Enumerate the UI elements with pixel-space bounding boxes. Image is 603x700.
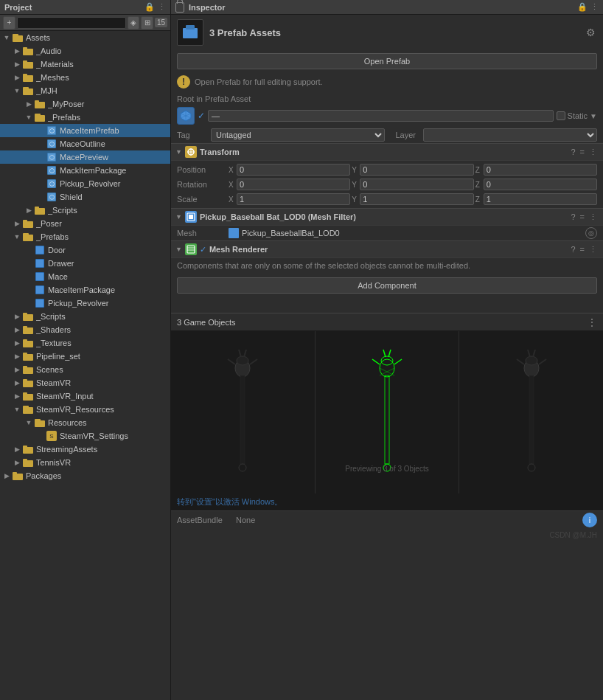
tree-item-prefabs-root[interactable]: ▼ _Prefabs [0, 230, 170, 243]
position-y-input[interactable] [360, 164, 473, 176]
mesh-renderer-ref-btn[interactable]: = [579, 245, 586, 254]
tree-item-scripts-root[interactable]: ▶ _Scripts [0, 310, 170, 323]
mesh-filter-help-btn[interactable]: ? [569, 212, 576, 222]
search-input[interactable] [17, 17, 126, 29]
tree-item-drawer[interactable]: Drawer [0, 257, 170, 270]
inspector-menu-btn[interactable]: ⋮ [590, 2, 599, 12]
transform-menu-btn[interactable]: ⋮ [588, 148, 599, 157]
scale-x-input[interactable] [237, 193, 350, 205]
add-component-button[interactable]: Add Component [177, 277, 597, 294]
scale-z-input[interactable] [484, 193, 597, 205]
mesh-renderer-collapse-arrow[interactable]: ▼ [175, 246, 182, 253]
asset-bundle-icon-btn[interactable]: i [582, 513, 597, 527]
tree-item-maceitem2[interactable]: MaceItemPackage [0, 283, 170, 297]
mesh-renderer-check[interactable]: ✓ [200, 245, 206, 254]
tree-item-streaming[interactable]: ▶ StreamingAssets [0, 443, 170, 456]
tree-item-steamvr-input[interactable]: ▶ SteamVR_Input [0, 389, 170, 403]
expand-prefabs-root[interactable]: ▼ [12, 230, 22, 243]
tree-item-myposer[interactable]: ▶ _MyPoser [0, 97, 170, 111]
tree-item-mackitem[interactable]: ⬡ MackItemPackage [0, 164, 170, 177]
mesh-renderer-help-btn[interactable]: ? [569, 245, 576, 254]
expand-resources[interactable]: ▼ [24, 416, 34, 429]
tree-item-assets[interactable]: ▼ Assets [0, 31, 170, 44]
expand-scripts-mjh[interactable]: ▶ [24, 204, 34, 217]
expand-prefabs-mjh[interactable]: ▼ [24, 111, 34, 124]
project-tree[interactable]: ▼ Assets ▶ _Audio ▶ _Materials ▶ _Meshes… [0, 31, 170, 700]
mesh-filter-ref-btn[interactable]: = [579, 212, 586, 222]
preview-cell-1[interactable] [171, 331, 316, 493]
tree-item-revolver[interactable]: ⬡ Pickup_Revolver [0, 177, 170, 190]
position-z-input[interactable] [484, 164, 597, 176]
tree-item-materials[interactable]: ▶ _Materials [0, 58, 170, 71]
menu-icon[interactable]: ⋮ [158, 2, 166, 12]
prefab-settings-btn[interactable]: ⚙ [584, 26, 597, 39]
expand-tennisvr[interactable]: ▶ [12, 456, 22, 469]
tree-item-shaders[interactable]: ▶ _Shaders [0, 323, 170, 336]
tree-item-scenes[interactable]: ▶ Scenes [0, 363, 170, 376]
tree-item-mace[interactable]: Mace [0, 270, 170, 283]
filter-button[interactable]: ◈ [128, 16, 140, 30]
tree-item-tennisvr[interactable]: ▶ TennisVR [0, 456, 170, 469]
tree-item-textures[interactable]: ▶ _Textures [0, 336, 170, 350]
tree-item-steamvr-settings[interactable]: S SteamVR_Settings [0, 429, 170, 443]
rotation-y-input[interactable] [360, 179, 473, 190]
expand-steamvr-res[interactable]: ▼ [12, 403, 22, 416]
filter2-button[interactable]: ⊞ [141, 16, 153, 30]
tree-item-scripts-mjh[interactable]: ▶ _Scripts [0, 204, 170, 217]
transform-ref-btn[interactable]: = [579, 148, 586, 157]
static-checkbox[interactable] [557, 111, 565, 120]
add-button[interactable]: + [3, 16, 15, 30]
layer-select[interactable] [423, 128, 597, 142]
tree-item-door[interactable]: Door [0, 243, 170, 257]
active-checkmark[interactable]: ✓ [198, 111, 205, 121]
expand-scenes[interactable]: ▶ [12, 363, 22, 376]
tag-select[interactable]: Untagged [211, 128, 385, 142]
expand-steamvr-input[interactable]: ▶ [12, 389, 22, 403]
tree-item-resources[interactable]: ▼ Resources [0, 416, 170, 429]
tree-item-steamvr[interactable]: ▶ SteamVR [0, 376, 170, 389]
rotation-z-input[interactable] [484, 179, 597, 190]
position-x-input[interactable] [237, 164, 350, 176]
tree-item-packages[interactable]: ▶ Packages [0, 469, 170, 482]
tree-item-meshes[interactable]: ▶ _Meshes [0, 71, 170, 84]
expand-streaming[interactable]: ▶ [12, 443, 22, 456]
expand-meshes[interactable]: ▶ [12, 71, 22, 84]
tree-item-steamvr-res[interactable]: ▼ SteamVR_Resources [0, 403, 170, 416]
mesh-filter-collapse-arrow[interactable]: ▼ [175, 213, 182, 221]
tree-item-mjh[interactable]: ▼ _MJH [0, 84, 170, 97]
inspector-lock-btn[interactable]: 🔒 [577, 2, 588, 12]
expand-mjh[interactable]: ▼ [12, 84, 22, 97]
expand-textures[interactable]: ▶ [12, 336, 22, 350]
transform-collapse-arrow[interactable]: ▼ [175, 148, 182, 156]
tree-item-maceitem[interactable]: ⬡ MaceItemPrefab [0, 124, 170, 137]
mesh-select-btn[interactable]: ◎ [585, 227, 597, 239]
expand-assets[interactable]: ▼ [1, 31, 12, 44]
tree-item-maceoutline[interactable]: ⬡ MaceOutline [0, 137, 170, 150]
open-prefab-button[interactable]: Open Prefab [177, 53, 597, 69]
mesh-filter-menu-btn[interactable]: ⋮ [588, 212, 599, 222]
object-name-input[interactable] [208, 110, 554, 122]
expand-myposer[interactable]: ▶ [24, 97, 34, 111]
expand-materials[interactable]: ▶ [12, 58, 22, 71]
expand-audio[interactable]: ▶ [12, 44, 22, 58]
preview-menu-btn[interactable]: ⋮ [587, 316, 597, 328]
rotation-x-input[interactable] [237, 179, 350, 190]
expand-scripts-root[interactable]: ▶ [12, 310, 22, 323]
preview-cell-3[interactable] [459, 331, 603, 493]
expand-poser[interactable]: ▶ [12, 217, 22, 230]
mesh-renderer-menu-btn[interactable]: ⋮ [588, 245, 599, 254]
static-dropdown-btn[interactable]: ▼ [590, 112, 597, 120]
expand-steamvr[interactable]: ▶ [12, 376, 22, 389]
tree-item-shield[interactable]: ⬡ Shield [0, 190, 170, 204]
tree-item-audio[interactable]: ▶ _Audio [0, 44, 170, 58]
tree-item-pipeline[interactable]: ▶ Pipeline_set [0, 350, 170, 363]
transform-help-btn[interactable]: ? [569, 148, 576, 157]
scale-y-input[interactable] [360, 193, 473, 205]
preview-cell-2[interactable]: Previewing 3 of 3 Objects [316, 331, 460, 493]
expand-shaders[interactable]: ▶ [12, 323, 22, 336]
tree-item-macepreview[interactable]: ⬡ MacePreview [0, 150, 170, 164]
expand-packages[interactable]: ▶ [1, 469, 12, 482]
lock-icon[interactable]: 🔒 [144, 2, 155, 12]
expand-pipeline[interactable]: ▶ [12, 350, 22, 363]
tree-item-poser[interactable]: ▶ _Poser [0, 217, 170, 230]
